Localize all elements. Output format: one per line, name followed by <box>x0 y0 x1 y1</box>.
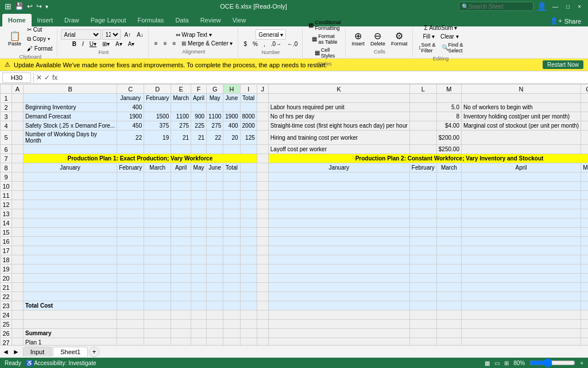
bold-btn[interactable]: B <box>70 40 79 48</box>
cell-o8[interactable]: May <box>581 163 588 172</box>
cell-k3[interactable]: No of hrs per day <box>268 112 409 121</box>
col-header-j[interactable]: J <box>257 85 268 94</box>
cell-m5[interactable]: $200.00 <box>436 131 461 145</box>
cell-g1[interactable]: May <box>207 94 223 103</box>
cell-d1[interactable]: February <box>144 94 171 103</box>
cell-e1[interactable]: March <box>171 94 191 103</box>
cell-b4[interactable]: Safety Stock (.25 x Demand Fore... <box>24 121 117 131</box>
cell-g3[interactable]: 1100 <box>207 112 223 121</box>
cell-b1[interactable] <box>24 94 117 103</box>
format-painter-button[interactable]: 🖌 Format <box>25 44 55 53</box>
autosum-btn[interactable]: Σ AutoSum ▾ <box>422 24 460 32</box>
number-format-dropdown[interactable]: General▾ <box>256 29 286 40</box>
cell-j4[interactable] <box>257 121 268 131</box>
cell-j8[interactable] <box>257 163 268 172</box>
cell-a3[interactable] <box>12 112 24 121</box>
col-header-m[interactable]: M <box>436 85 461 94</box>
cell-j7[interactable] <box>257 154 268 163</box>
cell-i8[interactable] <box>240 163 257 172</box>
col-header-d[interactable]: D <box>144 85 171 94</box>
cell-a1[interactable] <box>12 94 24 103</box>
cell-e8[interactable]: April <box>171 163 191 172</box>
cell-i1[interactable]: Total <box>240 94 257 103</box>
align-center-btn[interactable]: ≡ <box>161 39 169 48</box>
font-size-select[interactable]: 12 <box>102 29 121 40</box>
format-btn[interactable]: ⚙ Format <box>389 30 410 48</box>
cell-d23[interactable] <box>144 301 171 310</box>
search-input[interactable] <box>469 3 532 10</box>
cut-button[interactable]: ✂ Cut <box>25 25 55 34</box>
cell-i6[interactable] <box>240 145 257 154</box>
cell-f8[interactable]: May <box>191 163 207 172</box>
col-header-n[interactable]: N <box>461 85 581 94</box>
tab-view[interactable]: View <box>227 14 252 26</box>
cell-n8[interactable]: April <box>461 163 581 172</box>
col-header-o[interactable]: O <box>581 85 588 94</box>
cell-a6[interactable] <box>12 145 24 154</box>
cell-m4[interactable]: $4.00 <box>436 121 461 131</box>
align-left-btn[interactable]: ≡ <box>152 39 160 48</box>
cell-h4[interactable]: 400 <box>223 121 240 131</box>
cell-c3[interactable]: 1900 <box>117 112 144 121</box>
cell-m2[interactable]: 5.0 <box>436 103 461 112</box>
cell-o5[interactable] <box>581 131 588 145</box>
cell-e6[interactable] <box>171 145 191 154</box>
cell-c23[interactable] <box>117 301 144 310</box>
delete-btn[interactable]: ⊖ Delete <box>368 30 388 48</box>
cell-m3[interactable]: 8 <box>436 112 461 121</box>
cell-a7[interactable] <box>12 154 24 163</box>
view-page-break-icon[interactable]: ⊞ <box>504 360 509 366</box>
cell-d2[interactable] <box>144 103 171 112</box>
font-family-select[interactable]: Arial <box>61 29 101 40</box>
cell-n5[interactable] <box>461 131 581 145</box>
cell-g2[interactable] <box>207 103 223 112</box>
cell-e23[interactable] <box>171 301 191 310</box>
cell-f4[interactable]: 225 <box>191 121 207 131</box>
cell-o1[interactable] <box>581 94 588 103</box>
comma-btn[interactable]: , <box>261 40 268 48</box>
cell-k5[interactable]: Hiring and training cost per worker <box>268 131 409 145</box>
cell-h1[interactable]: June <box>223 94 240 103</box>
cell-c1[interactable]: January <box>117 94 144 103</box>
insert-btn[interactable]: ⊕ Insert <box>349 30 367 48</box>
cell-b26[interactable]: Summary <box>24 329 117 338</box>
insert-function-icon[interactable]: fx <box>52 74 57 82</box>
cell-k1[interactable] <box>268 94 409 103</box>
col-header-c[interactable]: C <box>117 85 144 94</box>
cell-j3[interactable] <box>257 112 268 121</box>
cell-d5[interactable]: 19 <box>144 131 171 145</box>
border-btn[interactable]: ⊞▾ <box>100 40 112 48</box>
maximize-btn[interactable]: □ <box>564 3 572 10</box>
format-as-table-btn[interactable]: ▦ Formatas Table <box>310 32 339 46</box>
col-header-e[interactable]: E <box>171 85 191 94</box>
cell-l5[interactable] <box>409 131 436 145</box>
cell-i3[interactable]: 8000 <box>240 112 257 121</box>
cell-c2[interactable]: 400 <box>117 103 144 112</box>
cell-f1[interactable]: April <box>191 94 207 103</box>
cell-n4[interactable]: Marginal cost of stockout (per unit per … <box>461 121 581 131</box>
cell-f5[interactable]: 21 <box>191 131 207 145</box>
cell-f6[interactable] <box>191 145 207 154</box>
formula-input[interactable] <box>60 74 586 81</box>
cell-k7[interactable]: Production Plan 2: Constant Workforce; V… <box>268 154 588 163</box>
italic-btn[interactable]: I <box>80 40 86 48</box>
cell-e4[interactable]: 275 <box>171 121 191 131</box>
cell-g5[interactable]: 22 <box>207 131 223 145</box>
cell-i5[interactable]: 125 <box>240 131 257 145</box>
tab-formulas[interactable]: Formulas <box>132 14 170 26</box>
currency-btn[interactable]: $ <box>242 40 250 48</box>
cell-i2[interactable] <box>240 103 257 112</box>
cell-l3[interactable] <box>409 112 436 121</box>
cell-o6[interactable] <box>581 145 588 154</box>
user-icon[interactable]: 👤 <box>537 2 547 11</box>
cell-d6[interactable] <box>144 145 171 154</box>
col-header-i[interactable]: I <box>240 85 257 94</box>
cell-b8[interactable]: January <box>24 163 117 172</box>
cell-d3[interactable]: 1500 <box>144 112 171 121</box>
cell-n3[interactable]: Inventory holding cost(per unit per mont… <box>461 112 581 121</box>
merge-center-btn[interactable]: ⊞ Merge & Center ▾ <box>179 39 235 48</box>
quick-access-undo[interactable]: ↩ <box>27 2 33 10</box>
cell-b27[interactable]: Plan 1 <box>24 338 117 346</box>
cell-f23[interactable] <box>191 301 207 310</box>
restart-now-button[interactable]: Restart Now <box>543 60 583 69</box>
